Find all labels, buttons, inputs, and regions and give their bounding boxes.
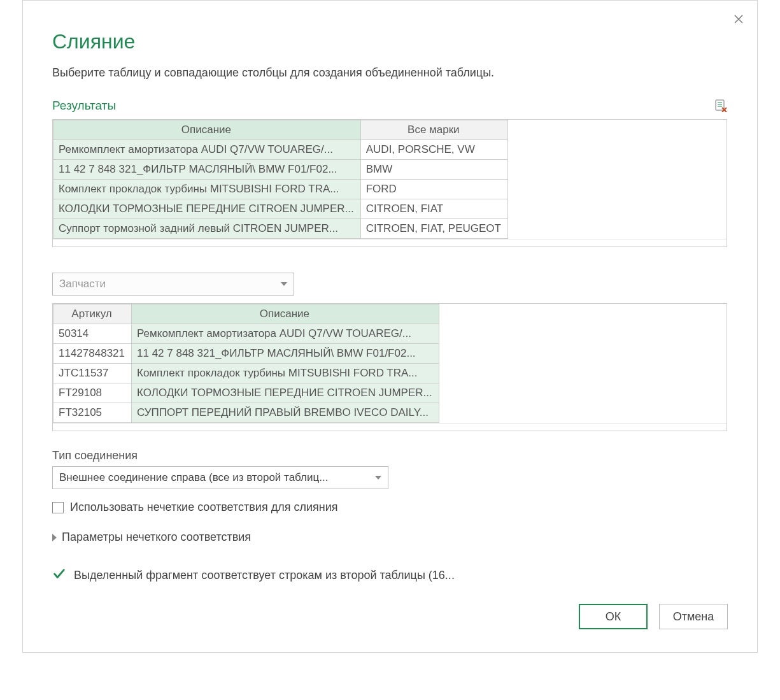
match-status-text: Выделенный фрагмент соответствует строка… [74,569,455,582]
ok-button[interactable]: ОК [579,604,648,629]
first-query-label: Результаты [52,99,116,113]
second-query-preview: Артикул Описание 50314Ремкомплект аморти… [52,303,727,431]
first-query-preview: Описание Все марки Ремкомплект амортизат… [52,119,727,247]
t2-header-0[interactable]: Артикул [53,304,132,324]
join-type-dropdown[interactable]: Внешнее соединение справа (все из второй… [52,466,388,489]
close-button[interactable] [729,10,748,29]
t2-scroll-gutter[interactable] [53,423,727,431]
check-icon [52,567,66,584]
join-type-section: Тип соединения Внешнее соединение справа… [52,449,728,489]
table-row[interactable]: Комплект прокладок турбины MITSUBISHI FO… [53,180,508,199]
table-row[interactable]: FT32105СУППОРТ ПЕРЕДНИЙ ПРАВЫЙ BREMBO IV… [53,403,439,423]
t1-header-1[interactable]: Все марки [360,120,507,140]
chevron-right-icon [52,534,57,541]
fuzzy-match-row[interactable]: Использовать нечеткие соответствия для с… [52,501,728,514]
dialog-footer: ОК Отмена [579,604,728,629]
table-row[interactable]: КОЛОДКИ ТОРМОЗНЫЕ ПЕРЕДНИЕ CITROEN JUMPE… [53,199,508,219]
second-query-dropdown[interactable]: Запчасти [52,273,294,296]
first-query-header: Результаты [52,99,728,113]
fuzzy-options-expander[interactable]: Параметры нечеткого соответствия [52,531,728,544]
fuzzy-match-label: Использовать нечеткие соответствия для с… [70,501,337,514]
join-type-label: Тип соединения [52,449,728,462]
fuzzy-options-label: Параметры нечеткого соответствия [62,531,251,544]
dialog-title: Слияние [52,30,728,54]
table-row[interactable]: 50314Ремкомплект амортизатора AUDI Q7/VW… [53,324,439,344]
fuzzy-match-checkbox[interactable] [52,502,64,513]
t1-header-0[interactable]: Описание [53,120,361,140]
table-row[interactable]: FT29108КОЛОДКИ ТОРМОЗНЫЕ ПЕРЕДНИЕ CITROE… [53,383,439,403]
merge-dialog: Слияние Выберите таблицу и совпадающие с… [22,0,758,653]
table-row[interactable]: JTC11537Комплект прокладок турбины MITSU… [53,364,439,383]
t2-header-1[interactable]: Описание [132,304,439,324]
cancel-button[interactable]: Отмена [659,604,728,629]
chevron-down-icon [281,282,287,286]
table-row[interactable]: 11 42 7 848 321_ФИЛЬТР МАСЛЯНЫЙ\ BMW F01… [53,160,508,180]
table-row[interactable]: Суппорт тормозной задний левый CITROEN J… [53,219,508,239]
dialog-subtitle: Выберите таблицу и совпадающие столбцы д… [52,66,728,80]
chevron-down-icon [375,476,381,480]
match-status: Выделенный фрагмент соответствует строка… [52,567,728,584]
table-row[interactable]: Ремкомплект амортизатора AUDI Q7/VW TOUA… [53,140,508,160]
t1-scroll-gutter[interactable] [53,239,727,246]
refresh-remove-icon[interactable] [714,99,728,113]
second-query-selected: Запчасти [59,278,106,290]
join-type-selected: Внешнее соединение справа (все из второй… [59,471,328,484]
table-row[interactable]: 1142784832111 42 7 848 321_ФИЛЬТР МАСЛЯН… [53,344,439,364]
